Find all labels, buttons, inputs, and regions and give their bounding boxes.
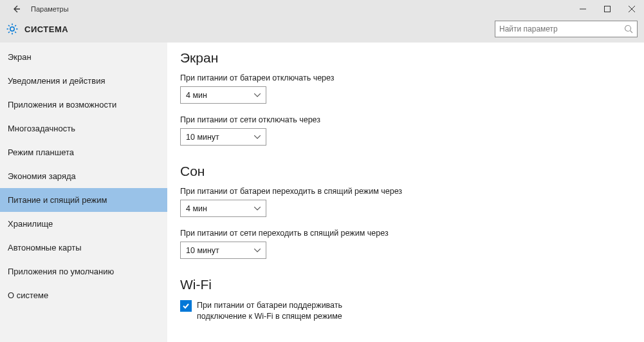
sidebar-item-battery[interactable]: Экономия заряда: [0, 164, 167, 188]
sidebar-item-tablet[interactable]: Режим планшета: [0, 140, 167, 164]
sidebar: Экран Уведомления и действия Приложения …: [0, 43, 167, 342]
sidebar-item-multitasking[interactable]: Многозадачность: [0, 117, 167, 140]
titlebar: Параметры: [0, 0, 644, 18]
sidebar-item-about[interactable]: О системе: [0, 283, 167, 307]
search-icon: [624, 24, 633, 33]
screen-heading: Экран: [180, 50, 631, 66]
sidebar-item-notifications[interactable]: Уведомления и действия: [0, 69, 167, 93]
wifi-checkbox[interactable]: [180, 300, 192, 312]
sidebar-item-storage[interactable]: Хранилище: [0, 212, 167, 236]
window-title: Параметры: [31, 5, 69, 13]
battery-sleep-value: 4 мин: [186, 204, 207, 213]
close-button[interactable]: [620, 0, 644, 18]
ac-sleep-select[interactable]: 10 минут: [180, 242, 266, 259]
search-box[interactable]: [495, 21, 638, 37]
sidebar-item-offline-maps[interactable]: Автономные карты: [0, 236, 167, 260]
svg-point-4: [10, 27, 14, 31]
maximize-button[interactable]: [595, 0, 620, 18]
ac-sleep-label: При питании от сети переходить в спящий …: [180, 229, 631, 238]
minimize-icon: [580, 6, 586, 12]
body: Экран Уведомления и действия Приложения …: [0, 43, 644, 342]
battery-off-label: При питании от батареи отключать через: [180, 73, 631, 82]
ac-sleep-value: 10 минут: [186, 246, 219, 255]
battery-off-value: 4 мин: [186, 91, 207, 100]
arrow-left-icon: [12, 5, 21, 14]
sidebar-item-apps[interactable]: Приложения и возможности: [0, 93, 167, 117]
battery-off-select[interactable]: 4 мин: [180, 86, 266, 104]
battery-sleep-label: При питании от батареи переходить в спящ…: [180, 187, 631, 196]
ac-off-label: При питании от сети отключать через: [180, 115, 631, 124]
svg-line-12: [8, 32, 10, 33]
svg-line-14: [630, 31, 633, 33]
header: СИСТЕМА: [0, 18, 644, 43]
wifi-check-row: При питании от батареи поддерживать подк…: [180, 300, 373, 322]
svg-line-10: [15, 32, 16, 33]
wifi-heading: Wi-Fi: [180, 277, 631, 292]
check-icon: [182, 302, 190, 310]
content: Экран При питании от батареи отключать ч…: [167, 43, 644, 342]
sleep-heading: Сон: [180, 164, 631, 179]
chevron-down-icon: [254, 135, 261, 139]
close-icon: [629, 6, 635, 12]
sidebar-item-default-apps[interactable]: Приложения по умолчанию: [0, 260, 167, 283]
ac-off-value: 10 минут: [186, 133, 219, 142]
sidebar-item-power[interactable]: Питание и спящий режим: [0, 188, 167, 212]
chevron-down-icon: [254, 207, 261, 211]
sidebar-item-display[interactable]: Экран: [0, 45, 167, 69]
wifi-check-label: При питании от батареи поддерживать подк…: [197, 300, 373, 322]
svg-rect-1: [605, 6, 611, 12]
window-controls: [571, 0, 644, 18]
battery-sleep-select[interactable]: 4 мин: [180, 200, 266, 217]
gear-icon: [6, 23, 18, 35]
svg-point-13: [625, 26, 631, 32]
header-title: СИСТЕМА: [24, 24, 68, 34]
svg-line-11: [15, 25, 16, 26]
maximize-icon: [604, 6, 611, 12]
ac-off-select[interactable]: 10 минут: [180, 128, 266, 146]
back-button[interactable]: [12, 4, 22, 14]
minimize-button[interactable]: [571, 0, 595, 18]
search-input[interactable]: [499, 24, 624, 33]
chevron-down-icon: [254, 93, 261, 97]
chevron-down-icon: [254, 249, 261, 252]
svg-line-9: [8, 25, 10, 26]
